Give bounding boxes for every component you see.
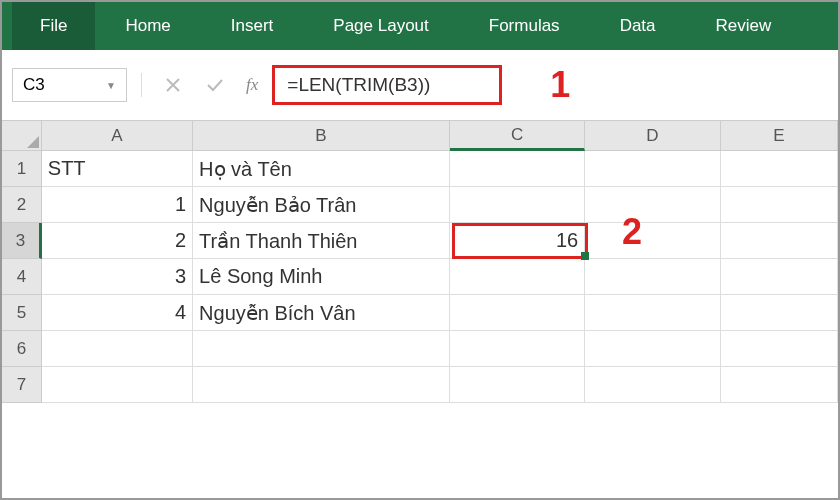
annotation-1: 1 (550, 64, 570, 106)
ribbon-tabs: File Home Insert Page Layout Formulas Da… (2, 2, 838, 50)
cell-E6[interactable] (721, 331, 838, 367)
cell-E2[interactable] (721, 187, 838, 223)
divider (141, 73, 142, 97)
formula-bar-area: C3 ▼ fx =LEN(TRIM(B3)) 1 (2, 50, 838, 120)
tab-home[interactable]: Home (95, 2, 200, 50)
cell-C5[interactable] (450, 295, 585, 331)
cell-D1[interactable] (585, 151, 720, 187)
row-5: 5 4 Nguyễn Bích Vân (2, 295, 838, 331)
cell-E7[interactable] (721, 367, 838, 403)
cell-D2[interactable] (585, 187, 720, 223)
col-header-D[interactable]: D (585, 121, 720, 151)
name-box-dropdown-icon[interactable]: ▼ (106, 80, 116, 91)
tab-insert[interactable]: Insert (201, 2, 304, 50)
cell-B5[interactable]: Nguyễn Bích Vân (193, 295, 450, 331)
row-2: 2 1 Nguyễn Bảo Trân (2, 187, 838, 223)
tab-formulas[interactable]: Formulas (459, 2, 590, 50)
cell-C4[interactable] (450, 259, 585, 295)
cell-B1[interactable]: Họ và Tên (193, 151, 450, 187)
row-7: 7 (2, 367, 838, 403)
col-header-B[interactable]: B (193, 121, 450, 151)
cell-C3[interactable]: 16 (450, 223, 585, 259)
cell-C7[interactable] (450, 367, 585, 403)
annotation-2: 2 (622, 211, 642, 253)
cell-D3[interactable] (585, 223, 720, 259)
cell-A2[interactable]: 1 (42, 187, 193, 223)
row-6: 6 (2, 331, 838, 367)
name-box-value: C3 (23, 75, 45, 95)
cell-D4[interactable] (585, 259, 720, 295)
spreadsheet-grid: A B C D E 1 STT Họ và Tên 2 1 Nguyễn Bảo… (2, 120, 838, 403)
name-box[interactable]: C3 ▼ (12, 68, 127, 102)
tab-review[interactable]: Review (686, 2, 802, 50)
cell-B2[interactable]: Nguyễn Bảo Trân (193, 187, 450, 223)
cell-C1[interactable] (450, 151, 585, 187)
col-header-E[interactable]: E (721, 121, 838, 151)
cell-B4[interactable]: Lê Song Minh (193, 259, 450, 295)
col-header-A[interactable]: A (42, 121, 193, 151)
cell-A6[interactable] (42, 331, 193, 367)
cell-B6[interactable] (193, 331, 450, 367)
cell-E4[interactable] (721, 259, 838, 295)
tab-data[interactable]: Data (590, 2, 686, 50)
formula-value: =LEN(TRIM(B3)) (287, 74, 430, 96)
row-header-3[interactable]: 3 (2, 223, 42, 259)
row-header-1[interactable]: 1 (2, 151, 42, 187)
cell-A5[interactable]: 4 (42, 295, 193, 331)
cell-D6[interactable] (585, 331, 720, 367)
enter-icon[interactable] (198, 68, 232, 102)
cell-D5[interactable] (585, 295, 720, 331)
row-header-6[interactable]: 6 (2, 331, 42, 367)
select-all-corner[interactable] (2, 121, 42, 151)
cell-A1[interactable]: STT (42, 151, 193, 187)
cancel-icon[interactable] (156, 68, 190, 102)
tab-page-layout[interactable]: Page Layout (303, 2, 458, 50)
cell-A3[interactable]: 2 (42, 223, 193, 259)
row-1: 1 STT Họ và Tên (2, 151, 838, 187)
select-all-triangle-icon (27, 136, 39, 148)
tab-file[interactable]: File (12, 2, 95, 50)
cell-E1[interactable] (721, 151, 838, 187)
column-header-row: A B C D E (2, 121, 838, 151)
cell-A7[interactable] (42, 367, 193, 403)
cell-B7[interactable] (193, 367, 450, 403)
row-header-2[interactable]: 2 (2, 187, 42, 223)
col-header-C[interactable]: C (450, 121, 585, 151)
formula-input[interactable]: =LEN(TRIM(B3)) (272, 65, 502, 105)
cell-D7[interactable] (585, 367, 720, 403)
row-3: 3 2 Trần Thanh Thiên 16 (2, 223, 838, 259)
cell-C6[interactable] (450, 331, 585, 367)
row-4: 4 3 Lê Song Minh (2, 259, 838, 295)
row-header-7[interactable]: 7 (2, 367, 42, 403)
row-header-5[interactable]: 5 (2, 295, 42, 331)
cell-B3[interactable]: Trần Thanh Thiên (193, 223, 450, 259)
cell-A4[interactable]: 3 (42, 259, 193, 295)
row-header-4[interactable]: 4 (2, 259, 42, 295)
cell-C2[interactable] (450, 187, 585, 223)
fx-label[interactable]: fx (246, 75, 258, 95)
cell-E3[interactable] (721, 223, 838, 259)
cell-E5[interactable] (721, 295, 838, 331)
